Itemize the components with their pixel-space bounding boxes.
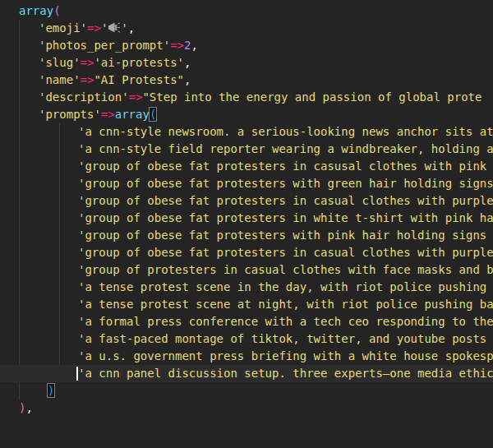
token-punctuation: , [25, 401, 32, 414]
token-punctuation: , [128, 21, 135, 35]
token-operator: => [129, 90, 143, 104]
token-string: 'a tense protest scene in the day, with … [78, 280, 486, 293]
token-string: 'a cnn-style newsroom. a serious-looking… [78, 125, 493, 138]
code-line[interactable]: 'emoji'=>'', [0, 20, 493, 37]
code-line[interactable]: 'a cnn panel discussion setup. three exp… [0, 365, 493, 382]
code-editor[interactable]: array('emoji'=>'','photos_per_prompt'=>2… [0, 0, 493, 448]
token-string: 'group of obese fat protesters in casual… [78, 194, 493, 207]
code-line[interactable]: array( [0, 2, 493, 20]
token-string: ' [121, 21, 127, 35]
code-line[interactable]: 'group of obese fat protesters in casual… [0, 192, 493, 210]
code-line[interactable]: ), [0, 400, 493, 417]
token-operator: => [170, 39, 184, 52]
token-string: 'a fast-paced montage of tiktok, twitter… [78, 332, 486, 345]
code-line[interactable]: 'a formal press conference with a tech c… [0, 313, 493, 330]
code-line[interactable]: 'a cnn-style newsroom. a serious-looking… [0, 123, 493, 141]
token-string: 'photos_per_prompt' [39, 39, 170, 52]
token-string: 'description' [39, 90, 129, 104]
token-keyword: array [19, 4, 53, 17]
token-string: 'slug' [39, 56, 81, 69]
code-line[interactable]: 'a tense protest scene in the day, with … [0, 279, 493, 296]
token-string: 'a u.s. government press briefing with a… [78, 349, 493, 363]
token-punctuation: , [184, 73, 191, 86]
code-line[interactable]: 'a tense protest scene at night, with ri… [0, 296, 493, 313]
token-string: 'group of obese fat protesters in casual… [78, 246, 493, 259]
code-line[interactable]: 'prompts'=>array( [0, 106, 493, 123]
token-string: 'emoji' [39, 21, 87, 35]
token-bracket2: ) [48, 384, 54, 397]
token-string: 'a cnn-style field reporter wearing a wi… [78, 142, 493, 155]
token-string: 'a tense protest scene at night, with ri… [78, 298, 493, 311]
megaphone-emoji-icon [108, 21, 121, 35]
code-lines: array('emoji'=>'','photos_per_prompt'=>2… [0, 2, 493, 417]
code-line[interactable]: 'group of protesters in casual clothes w… [0, 261, 493, 279]
token-string: 'prompts' [39, 108, 101, 121]
token-string: 'group of obese fat protesters with gree… [78, 177, 493, 190]
token-bracket2: ( [150, 108, 156, 121]
token-punctuation: , [191, 39, 197, 52]
token-string: 'a formal press conference with a tech c… [78, 315, 493, 328]
token-punctuation: , [184, 56, 191, 69]
code-line[interactable]: 'photos_per_prompt'=>2, [0, 37, 493, 54]
token-string: "AI Protests" [94, 73, 184, 86]
text-cursor [76, 367, 78, 381]
token-operator: => [81, 56, 94, 69]
code-line[interactable]: 'group of obese fat protesters with gree… [0, 175, 493, 192]
token-operator: => [81, 73, 94, 86]
code-line[interactable]: 'a u.s. government press briefing with a… [0, 348, 493, 365]
token-string: 'name' [39, 73, 81, 86]
token-string: "Step into the energy and passion of glo… [142, 90, 481, 104]
token-bracket1: ( [53, 4, 60, 17]
token-string: 'ai-protests' [94, 56, 184, 69]
code-line[interactable]: 'a fast-paced montage of tiktok, twitter… [0, 330, 493, 348]
token-string: 'a cnn panel discussion setup. three exp… [78, 367, 493, 380]
token-string: 'group of protesters in casual clothes w… [78, 263, 493, 276]
token-operator: => [101, 108, 115, 121]
code-line[interactable]: 'group of obese fat protesters with pink… [0, 227, 493, 244]
code-line[interactable]: 'description'=>"Step into the energy and… [0, 89, 493, 106]
code-line[interactable]: 'slug'=>'ai-protests', [0, 54, 493, 72]
token-string: 'group of obese fat protesters in white … [78, 211, 493, 224]
code-line[interactable]: 'group of obese fat protesters in white … [0, 210, 493, 227]
code-line[interactable]: 'name'=>"AI Protests", [0, 72, 493, 89]
code-line[interactable]: ) [0, 382, 493, 400]
token-string: 'group of obese fat protesters with pink… [78, 229, 486, 242]
token-operator: => [87, 21, 101, 35]
code-line[interactable]: 'group of obese fat protesters in casual… [0, 244, 493, 261]
code-line[interactable]: 'group of obese fat protesters in casusa… [0, 158, 493, 175]
token-string: 'group of obese fat protesters in casusa… [78, 159, 486, 173]
token-keyword: array [115, 108, 150, 121]
code-line[interactable]: 'a cnn-style field reporter wearing a wi… [0, 141, 493, 158]
